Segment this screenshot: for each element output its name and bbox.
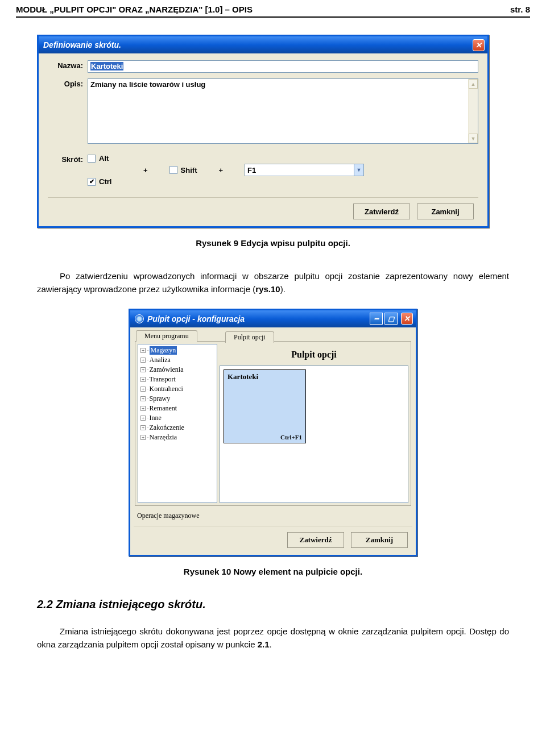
tree-item-inne[interactable]: +··Inne [138, 413, 217, 423]
tree-item-remanent[interactable]: +··Remanent [138, 404, 217, 413]
paragraph-2: Zmiana istniejącego skrótu dokonywana je… [37, 625, 509, 651]
figure-10-caption: Rysunek 10 Nowy element na pulpicie opcj… [37, 567, 509, 576]
description-value: Zmiany na liście towarów i usług [88, 79, 468, 143]
close-button[interactable]: Zamknij [417, 203, 474, 219]
plus-1: + [139, 166, 152, 175]
header-divider [16, 16, 530, 18]
plus-2: + [214, 166, 228, 175]
app-icon [135, 314, 144, 323]
status-label: Operacje magazynowe [134, 506, 412, 524]
paragraph-1: Po zatwierdzeniu wprowadzonych informacj… [37, 269, 509, 296]
tree-panel[interactable]: +··Magazyn +··Analiza +··Zamówienia +··T… [138, 344, 217, 503]
scroll-up-icon[interactable]: ▲ [469, 79, 478, 89]
titlebar-2: Pulpit opcji - konfiguracja ━ ▢ ✕ [130, 310, 416, 327]
minimize-icon[interactable]: ━ [370, 313, 383, 325]
close-icon-2[interactable]: ✕ [401, 313, 413, 325]
chevron-down-icon[interactable]: ▼ [354, 164, 363, 176]
shortcut-label: Skrót: [48, 154, 88, 164]
section-2-2-heading: 2.2 Zmiana istniejącego skrótu. [37, 598, 509, 611]
scroll-down-icon[interactable]: ▼ [469, 134, 478, 143]
ctrl-checkbox[interactable]: ✔ [88, 178, 96, 186]
tile-shortcut: Ctrl+F1 [228, 434, 302, 441]
alt-checkbox-label: Alt [99, 154, 109, 163]
tab-menu-programu[interactable]: Menu programu [136, 330, 197, 342]
tree-item-analiza[interactable]: +··Analiza [138, 355, 217, 365]
name-input-value: Kartoteki [90, 62, 123, 70]
tile-name: Kartoteki [228, 372, 302, 381]
shortcut-definition-window: Definiowanie skrótu. ✕ Nazwa: Kartoteki … [37, 35, 489, 228]
tab-pulpit-opcji[interactable]: Pulpit opcji [225, 331, 274, 343]
shift-checkbox-label: Shift [181, 166, 197, 175]
confirm-button-2[interactable]: Zatwierdź [287, 532, 344, 548]
titlebar: Definiowanie skrótu. ✕ [39, 36, 487, 53]
figure-9-caption: Rysunek 9 Edycja wpisu pulpitu opcji. [37, 238, 509, 248]
shortcut-tile[interactable]: Kartoteki Ctrl+F1 [224, 369, 306, 443]
name-input[interactable]: Kartoteki [88, 60, 478, 73]
tree-item-magazyn[interactable]: +··Magazyn [138, 346, 217, 355]
tree-item-sprawy[interactable]: +··Sprawy [138, 394, 217, 404]
ctrl-checkbox-wrap[interactable]: ✔ Ctrl [88, 177, 111, 186]
pulpit-config-window: Pulpit opcji - konfiguracja ━ ▢ ✕ Menu p… [129, 309, 417, 556]
window-title: Definiowanie skrótu. [43, 40, 121, 49]
alt-checkbox[interactable] [88, 155, 96, 163]
name-label: Nazwa: [48, 60, 88, 70]
close-icon[interactable]: ✕ [473, 39, 485, 51]
header-page-number: str. 8 [510, 5, 530, 14]
shift-checkbox[interactable] [169, 166, 177, 174]
ctrl-checkbox-label: Ctrl [99, 177, 111, 186]
key-combo[interactable]: F1 ▼ [245, 164, 364, 176]
window-title-2: Pulpit opcji - konfiguracja [147, 314, 245, 323]
shift-checkbox-wrap[interactable]: Shift [169, 166, 197, 175]
alt-checkbox-wrap[interactable]: Alt [88, 154, 109, 163]
confirm-button[interactable]: Zatwierdź [353, 203, 410, 219]
tree-item-narzedzia[interactable]: +··Narzędzia [138, 433, 217, 442]
description-textarea[interactable]: Zmiany na liście towarów i usług ▲ ▼ [88, 78, 478, 144]
panel-title: Pulpit opcji [220, 350, 408, 360]
key-combo-value: F1 [247, 166, 256, 175]
tree-item-transport[interactable]: +··Transport [138, 375, 217, 384]
header-title-left: MODUŁ „PULPIT OPCJI" ORAZ „NARZĘDZIA" [1… [16, 5, 253, 14]
tree-item-zakonczenie[interactable]: +··Zakończenie [138, 423, 217, 433]
description-label: Opis: [48, 78, 88, 88]
page-header: MODUŁ „PULPIT OPCJI" ORAZ „NARZĘDZIA" [1… [0, 0, 546, 16]
close-button-2[interactable]: Zamknij [351, 532, 408, 548]
tree-item-zamowienia[interactable]: +··Zamówienia [138, 365, 217, 375]
maximize-icon[interactable]: ▢ [384, 313, 398, 325]
desktop-area[interactable]: Kartoteki Ctrl+F1 [220, 365, 408, 503]
tree-item-kontrahenci[interactable]: +··Kontrahenci [138, 384, 217, 394]
textarea-scrollbar[interactable]: ▲ ▼ [468, 79, 478, 143]
